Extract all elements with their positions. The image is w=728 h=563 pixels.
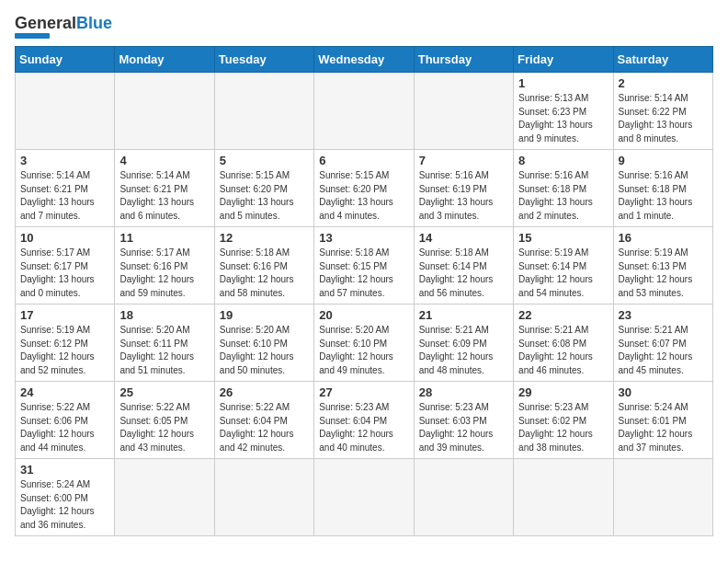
day-number: 3 [20, 154, 109, 167]
calendar-cell: 3Sunrise: 5:14 AM Sunset: 6:21 PM Daylig… [16, 150, 115, 227]
calendar-cell: 18Sunrise: 5:20 AM Sunset: 6:11 PM Dayli… [115, 304, 214, 382]
calendar-cell: 25Sunrise: 5:22 AM Sunset: 6:05 PM Dayli… [115, 382, 214, 459]
day-info: Sunrise: 5:14 AM Sunset: 6:21 PM Dayligh… [119, 169, 209, 223]
calendar-cell: 22Sunrise: 5:21 AM Sunset: 6:08 PM Dayli… [514, 304, 613, 382]
calendar-cell: 10Sunrise: 5:17 AM Sunset: 6:17 PM Dayli… [16, 227, 115, 304]
calendar-cell: 24Sunrise: 5:22 AM Sunset: 6:06 PM Dayli… [16, 382, 115, 459]
calendar-cell [214, 459, 313, 536]
day-info: Sunrise: 5:19 AM Sunset: 6:12 PM Dayligh… [20, 324, 109, 377]
day-info: Sunrise: 5:20 AM Sunset: 6:11 PM Dayligh… [119, 324, 209, 377]
calendar-header-wednesday: Wednesday [314, 47, 414, 73]
day-number: 22 [518, 308, 608, 322]
calendar-cell: 8Sunrise: 5:16 AM Sunset: 6:18 PM Daylig… [514, 150, 613, 227]
calendar-cell: 9Sunrise: 5:16 AM Sunset: 6:18 PM Daylig… [613, 150, 712, 227]
day-number: 24 [20, 385, 109, 399]
calendar-cell: 6Sunrise: 5:15 AM Sunset: 6:20 PM Daylig… [314, 150, 414, 227]
calendar-week-row: 1Sunrise: 5:13 AM Sunset: 6:23 PM Daylig… [16, 73, 713, 150]
day-info: Sunrise: 5:18 AM Sunset: 6:15 PM Dayligh… [319, 247, 408, 300]
day-info: Sunrise: 5:20 AM Sunset: 6:10 PM Dayligh… [220, 324, 309, 377]
day-info: Sunrise: 5:22 AM Sunset: 6:06 PM Dayligh… [20, 401, 109, 454]
day-info: Sunrise: 5:15 AM Sunset: 6:20 PM Dayligh… [319, 169, 408, 223]
day-number: 18 [119, 308, 209, 322]
calendar-cell: 15Sunrise: 5:19 AM Sunset: 6:14 PM Dayli… [514, 227, 613, 304]
calendar-cell: 29Sunrise: 5:23 AM Sunset: 6:02 PM Dayli… [514, 382, 613, 459]
logo-general: General [15, 15, 76, 31]
day-number: 9 [619, 154, 708, 167]
day-info: Sunrise: 5:13 AM Sunset: 6:23 PM Dayligh… [518, 92, 608, 145]
calendar-cell: 5Sunrise: 5:15 AM Sunset: 6:20 PM Daylig… [214, 150, 313, 227]
day-number: 5 [220, 154, 309, 167]
calendar-cell [414, 459, 513, 536]
calendar-cell: 14Sunrise: 5:18 AM Sunset: 6:14 PM Dayli… [414, 227, 513, 304]
calendar-cell: 26Sunrise: 5:22 AM Sunset: 6:04 PM Dayli… [214, 382, 313, 459]
day-number: 4 [119, 154, 209, 167]
calendar-cell [613, 459, 712, 536]
calendar-week-row: 24Sunrise: 5:22 AM Sunset: 6:06 PM Dayli… [16, 382, 713, 459]
day-number: 19 [220, 308, 309, 322]
calendar-header-friday: Friday [514, 47, 613, 73]
day-number: 20 [319, 308, 408, 322]
day-info: Sunrise: 5:23 AM Sunset: 6:03 PM Dayligh… [419, 401, 508, 454]
day-info: Sunrise: 5:15 AM Sunset: 6:20 PM Dayligh… [220, 169, 309, 223]
calendar-cell: 7Sunrise: 5:16 AM Sunset: 6:19 PM Daylig… [414, 150, 513, 227]
day-info: Sunrise: 5:19 AM Sunset: 6:13 PM Dayligh… [619, 247, 708, 300]
calendar-cell: 21Sunrise: 5:21 AM Sunset: 6:09 PM Dayli… [414, 304, 513, 382]
calendar-table: SundayMondayTuesdayWednesdayThursdayFrid… [15, 46, 713, 536]
calendar-cell [314, 459, 414, 536]
calendar-cell: 11Sunrise: 5:17 AM Sunset: 6:16 PM Dayli… [115, 227, 214, 304]
day-info: Sunrise: 5:21 AM Sunset: 6:09 PM Dayligh… [419, 324, 508, 377]
calendar-cell [115, 459, 214, 536]
calendar-header-tuesday: Tuesday [214, 47, 313, 73]
calendar-cell: 23Sunrise: 5:21 AM Sunset: 6:07 PM Dayli… [613, 304, 712, 382]
day-number: 27 [319, 385, 408, 399]
calendar-header-sunday: Sunday [16, 47, 115, 73]
calendar-cell: 19Sunrise: 5:20 AM Sunset: 6:10 PM Dayli… [214, 304, 313, 382]
day-info: Sunrise: 5:23 AM Sunset: 6:04 PM Dayligh… [319, 401, 408, 454]
calendar-cell [414, 73, 513, 150]
day-number: 16 [619, 231, 708, 245]
calendar-cell: 31Sunrise: 5:24 AM Sunset: 6:00 PM Dayli… [16, 459, 115, 536]
calendar-cell: 4Sunrise: 5:14 AM Sunset: 6:21 PM Daylig… [115, 150, 214, 227]
header: General Blue [15, 15, 713, 39]
day-info: Sunrise: 5:17 AM Sunset: 6:16 PM Dayligh… [119, 247, 209, 300]
calendar-cell [16, 73, 115, 150]
calendar-week-row: 10Sunrise: 5:17 AM Sunset: 6:17 PM Dayli… [16, 227, 713, 304]
calendar-week-row: 3Sunrise: 5:14 AM Sunset: 6:21 PM Daylig… [16, 150, 713, 227]
calendar-cell [314, 73, 414, 150]
day-number: 26 [220, 385, 309, 399]
day-info: Sunrise: 5:24 AM Sunset: 6:01 PM Dayligh… [619, 401, 708, 454]
day-info: Sunrise: 5:21 AM Sunset: 6:08 PM Dayligh… [518, 324, 608, 377]
calendar-cell: 28Sunrise: 5:23 AM Sunset: 6:03 PM Dayli… [414, 382, 513, 459]
calendar-cell: 27Sunrise: 5:23 AM Sunset: 6:04 PM Dayli… [314, 382, 414, 459]
calendar-week-row: 31Sunrise: 5:24 AM Sunset: 6:00 PM Dayli… [16, 459, 713, 536]
day-info: Sunrise: 5:18 AM Sunset: 6:16 PM Dayligh… [220, 247, 309, 300]
calendar-header-thursday: Thursday [414, 47, 513, 73]
day-number: 10 [20, 231, 109, 245]
day-number: 6 [319, 154, 408, 167]
day-info: Sunrise: 5:23 AM Sunset: 6:02 PM Dayligh… [518, 401, 608, 454]
day-number: 28 [419, 385, 508, 399]
day-info: Sunrise: 5:18 AM Sunset: 6:14 PM Dayligh… [419, 247, 508, 300]
day-number: 1 [518, 76, 608, 90]
calendar-cell: 20Sunrise: 5:20 AM Sunset: 6:10 PM Dayli… [314, 304, 414, 382]
day-number: 29 [518, 385, 608, 399]
day-number: 25 [119, 385, 209, 399]
day-number: 14 [419, 231, 508, 245]
day-info: Sunrise: 5:16 AM Sunset: 6:18 PM Dayligh… [619, 169, 708, 223]
day-info: Sunrise: 5:22 AM Sunset: 6:05 PM Dayligh… [119, 401, 209, 454]
calendar-cell: 1Sunrise: 5:13 AM Sunset: 6:23 PM Daylig… [514, 73, 613, 150]
day-info: Sunrise: 5:14 AM Sunset: 6:21 PM Dayligh… [20, 169, 109, 223]
day-number: 21 [419, 308, 508, 322]
calendar-week-row: 17Sunrise: 5:19 AM Sunset: 6:12 PM Dayli… [16, 304, 713, 382]
calendar-cell [115, 73, 214, 150]
calendar-header-row: SundayMondayTuesdayWednesdayThursdayFrid… [16, 47, 713, 73]
calendar-cell [214, 73, 313, 150]
day-info: Sunrise: 5:19 AM Sunset: 6:14 PM Dayligh… [518, 247, 608, 300]
day-info: Sunrise: 5:17 AM Sunset: 6:17 PM Dayligh… [20, 247, 109, 300]
day-number: 31 [20, 463, 109, 477]
day-number: 13 [319, 231, 408, 245]
calendar-header-monday: Monday [115, 47, 214, 73]
logo-blue: Blue [76, 15, 112, 31]
day-info: Sunrise: 5:21 AM Sunset: 6:07 PM Dayligh… [619, 324, 708, 377]
calendar-cell: 17Sunrise: 5:19 AM Sunset: 6:12 PM Dayli… [16, 304, 115, 382]
